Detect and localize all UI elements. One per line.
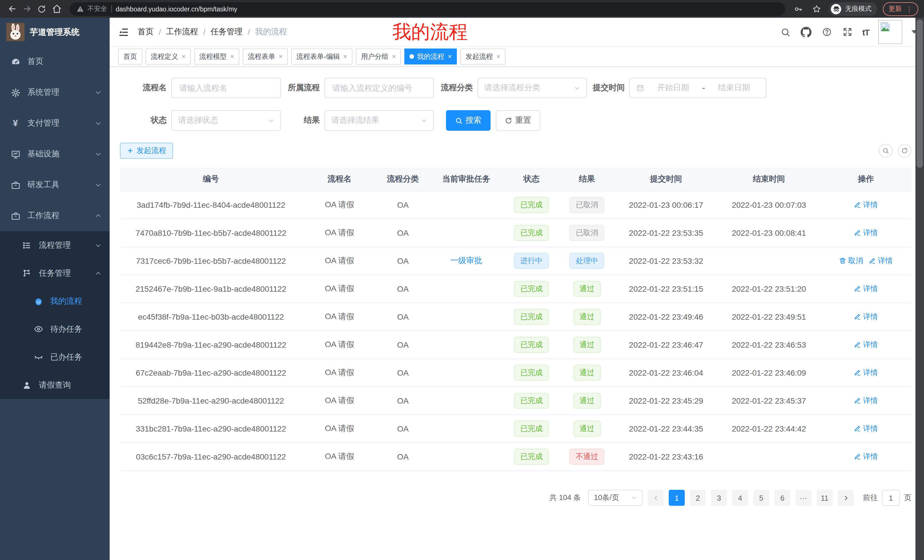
search-button[interactable]: 搜索 (446, 110, 490, 131)
sidebar-item-workflow[interactable]: 工作流程 (0, 201, 110, 231)
breadcrumb-item[interactable]: 任务管理 (211, 27, 243, 37)
tab-发起流程[interactable]: 发起流程× (460, 48, 506, 64)
browser-home-button[interactable] (50, 3, 63, 15)
detail-action-link[interactable]: 详情 (854, 368, 878, 378)
font-size-icon[interactable]: tT (862, 27, 869, 37)
logo[interactable]: 芋道管理系统 (0, 18, 110, 46)
cancel-action-link[interactable]: 取消 (839, 256, 863, 266)
table-row: 7317cec6-7b9b-11ec-b5b7-acde48001122OA 请… (120, 247, 911, 275)
tab-close-icon[interactable]: × (279, 53, 283, 60)
detail-action-link[interactable]: 详情 (854, 395, 878, 406)
browser-reload-button[interactable] (35, 3, 48, 15)
refresh-table-button[interactable] (898, 144, 911, 157)
detail-action-link[interactable]: 详情 (854, 200, 878, 210)
fullscreen-icon[interactable] (842, 26, 853, 38)
avatar[interactable] (878, 20, 902, 44)
detail-action-link[interactable]: 详情 (854, 312, 878, 322)
process-definition-input[interactable] (331, 83, 427, 93)
sidebar-item-task-management[interactable]: 任务管理 (0, 259, 110, 287)
sidebar-item-my-process[interactable]: 我的流程 (0, 287, 110, 315)
breadcrumb-item[interactable]: 首页 (138, 27, 154, 37)
filter-definition-label: 所属流程 (286, 83, 320, 93)
detail-action-link[interactable]: 详情 (854, 340, 878, 350)
detail-action-link[interactable]: 详情 (854, 284, 878, 294)
sidebar-item-process-management[interactable]: 流程管理 (0, 231, 110, 259)
browser-menu-icon[interactable]: ⋮ (906, 5, 913, 12)
tab-流程表单-编辑[interactable]: 流程表单-编辑× (291, 48, 352, 64)
tab-流程表单[interactable]: 流程表单× (243, 48, 288, 64)
detail-action-link[interactable]: 详情 (854, 452, 878, 462)
tab-流程模型[interactable]: 流程模型× (194, 48, 239, 64)
breadcrumb-item[interactable]: 工作流程 (166, 27, 198, 37)
bookmark-star-button[interactable] (810, 3, 823, 15)
reset-button[interactable]: 重置 (496, 110, 540, 131)
sidebar-item-infrastructure[interactable]: 基础设施 (0, 139, 110, 169)
tab-close-icon[interactable]: × (182, 53, 186, 60)
toggle-search-button[interactable] (879, 144, 892, 157)
column-header: 结束时间 (717, 168, 820, 191)
tab-close-icon[interactable]: × (392, 53, 396, 60)
sidebar-collapse-button[interactable] (110, 27, 138, 37)
password-key-button[interactable] (792, 3, 805, 15)
cell-current-task (429, 387, 504, 415)
page-button-3[interactable]: 3 (711, 490, 727, 506)
sidebar-item-todo-tasks[interactable]: 待办任务 (0, 315, 110, 343)
page-button-6[interactable]: 6 (774, 490, 790, 506)
result-select[interactable]: 请选择流结果 (324, 110, 434, 131)
browser-forward-button[interactable] (21, 3, 33, 15)
sidebar-item-devtools[interactable]: 研发工具 (0, 169, 110, 201)
page-scrollbar[interactable] (915, 18, 924, 560)
help-icon[interactable] (821, 26, 832, 38)
next-page-button[interactable] (838, 490, 854, 506)
sidebar-item-payment[interactable]: ¥ 支付管理 (0, 108, 110, 139)
cell-process-id: 331bc281-7b9a-11ec-a290-acde48001122 (120, 415, 302, 443)
current-task-link[interactable]: 一级审批 (450, 256, 482, 265)
detail-action-link[interactable]: 详情 (854, 228, 878, 238)
sidebar-item-home[interactable]: 首页 (0, 46, 110, 77)
cell-category: OA (377, 303, 429, 331)
browser-back-button[interactable] (6, 3, 18, 15)
sidebar-item-system[interactable]: 系统管理 (0, 77, 110, 108)
more-pages-button[interactable]: ··· (795, 490, 812, 506)
github-icon[interactable] (801, 26, 812, 38)
page-size-select[interactable]: 10条/页 (588, 490, 642, 506)
detail-action-link[interactable]: 详情 (854, 424, 878, 434)
status-select[interactable]: 请选择状态 (171, 110, 281, 131)
cell-process-name: OA 请假 (302, 219, 377, 247)
tab-close-icon[interactable]: × (496, 53, 500, 60)
sidebar-item-label: 工作流程 (27, 211, 59, 221)
tab-close-icon[interactable]: × (343, 53, 347, 60)
header-search-button[interactable] (780, 26, 792, 38)
tab-首页[interactable]: 首页 (118, 48, 142, 64)
tab-用户分组[interactable]: 用户分组× (356, 48, 401, 64)
filter-name-label: 流程名 (131, 83, 167, 93)
date-range-picker[interactable]: 开始日期 - 结束日期 (629, 78, 766, 98)
security-indicator[interactable]: 不安全 (76, 4, 107, 13)
tab-我的流程[interactable]: 我的流程× (404, 48, 457, 64)
browser-toolbar: 不安全 dashboard.yudao.iocoder.cn/bpm/task/… (0, 0, 924, 18)
tab-close-icon[interactable]: × (230, 53, 234, 60)
create-process-button[interactable]: 发起流程 (120, 143, 173, 159)
page-button-5[interactable]: 5 (753, 490, 769, 506)
detail-action-link[interactable]: 详情 (869, 256, 893, 266)
result-badge: 通过 (573, 281, 600, 297)
sidebar-item-label: 支付管理 (27, 118, 59, 129)
prev-page-button[interactable] (648, 490, 664, 506)
address-bar[interactable]: 不安全 dashboard.yudao.iocoder.cn/bpm/task/… (70, 2, 785, 16)
page-button-11[interactable]: 11 (817, 490, 832, 506)
process-name-input[interactable] (178, 83, 274, 93)
tab-流程定义[interactable]: 流程定义× (146, 48, 191, 64)
search-button-label: 搜索 (465, 115, 482, 126)
sidebar-item-leave-query[interactable]: 请假查询 (0, 371, 110, 399)
briefcase-icon (10, 180, 21, 190)
edit-icon (854, 285, 861, 293)
scrollbar-thumb[interactable] (916, 19, 923, 168)
browser-update-button[interactable]: 更新 ⋮ (883, 2, 918, 16)
category-select[interactable]: 请选择流程分类 (477, 78, 587, 98)
page-button-4[interactable]: 4 (732, 490, 748, 506)
tab-close-icon[interactable]: × (448, 53, 452, 60)
sidebar-item-done-tasks[interactable]: 已办任务 (0, 343, 110, 371)
goto-page-input[interactable] (882, 490, 900, 506)
page-button-2[interactable]: 2 (690, 490, 706, 506)
page-button-1[interactable]: 1 (669, 490, 685, 506)
